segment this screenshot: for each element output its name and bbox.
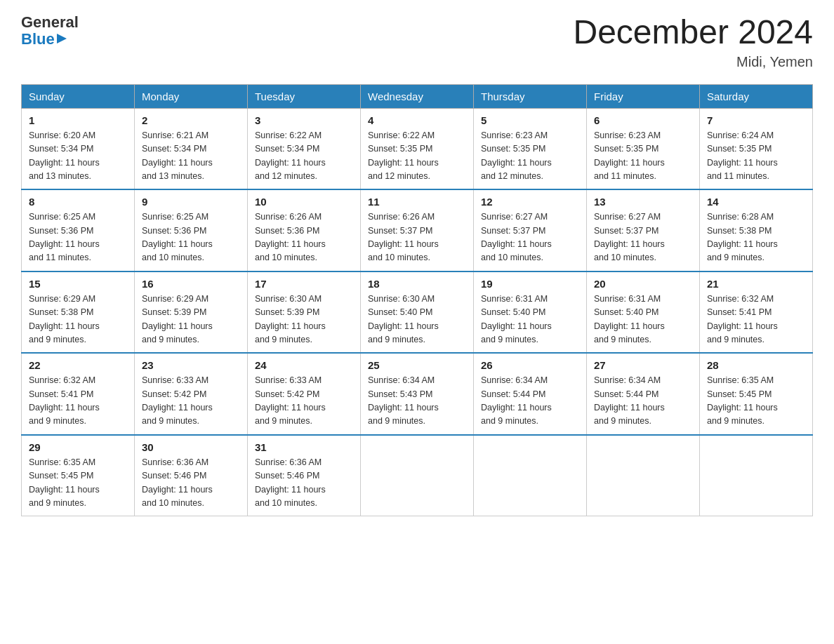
day-info: Sunrise: 6:23 AM Sunset: 5:35 PM Dayligh…	[594, 129, 692, 184]
calendar-week-row: 29 Sunrise: 6:35 AM Sunset: 5:45 PM Dayl…	[22, 435, 813, 516]
day-info: Sunrise: 6:21 AM Sunset: 5:34 PM Dayligh…	[142, 129, 240, 184]
table-row: 17 Sunrise: 6:30 AM Sunset: 5:39 PM Dayl…	[248, 271, 361, 354]
col-monday: Monday	[135, 84, 248, 108]
day-info: Sunrise: 6:29 AM Sunset: 5:38 PM Dayligh…	[29, 293, 127, 347]
col-wednesday: Wednesday	[361, 84, 474, 108]
day-info: Sunrise: 6:36 AM Sunset: 5:46 PM Dayligh…	[255, 456, 353, 511]
day-number: 18	[368, 278, 466, 290]
day-number: 30	[142, 441, 240, 453]
table-row: 19 Sunrise: 6:31 AM Sunset: 5:40 PM Dayl…	[474, 271, 587, 354]
table-row: 3 Sunrise: 6:22 AM Sunset: 5:34 PM Dayli…	[248, 108, 361, 189]
day-info: Sunrise: 6:29 AM Sunset: 5:39 PM Dayligh…	[142, 293, 240, 347]
table-row: 22 Sunrise: 6:32 AM Sunset: 5:41 PM Dayl…	[22, 353, 135, 435]
day-number: 27	[594, 359, 692, 371]
day-number: 3	[255, 114, 353, 126]
table-row: 24 Sunrise: 6:33 AM Sunset: 5:42 PM Dayl…	[248, 353, 361, 435]
day-number: 17	[255, 278, 353, 290]
day-info: Sunrise: 6:36 AM Sunset: 5:46 PM Dayligh…	[142, 456, 240, 511]
day-info: Sunrise: 6:35 AM Sunset: 5:45 PM Dayligh…	[29, 456, 127, 511]
day-info: Sunrise: 6:34 AM Sunset: 5:44 PM Dayligh…	[481, 374, 579, 429]
day-number: 7	[707, 114, 805, 126]
day-number: 31	[255, 441, 353, 453]
day-number: 22	[29, 359, 127, 371]
table-row	[700, 435, 813, 516]
svg-marker-0	[57, 34, 67, 43]
day-number: 11	[368, 196, 466, 208]
day-number: 4	[368, 114, 466, 126]
table-row: 21 Sunrise: 6:32 AM Sunset: 5:41 PM Dayl…	[700, 271, 813, 354]
col-saturday: Saturday	[700, 84, 813, 108]
table-row: 15 Sunrise: 6:29 AM Sunset: 5:38 PM Dayl…	[22, 271, 135, 354]
day-number: 2	[142, 114, 240, 126]
day-number: 5	[481, 114, 579, 126]
table-row: 4 Sunrise: 6:22 AM Sunset: 5:35 PM Dayli…	[361, 108, 474, 189]
table-row	[587, 435, 700, 516]
table-row	[474, 435, 587, 516]
table-row: 10 Sunrise: 6:26 AM Sunset: 5:36 PM Dayl…	[248, 189, 361, 271]
day-number: 20	[594, 278, 692, 290]
day-number: 14	[707, 196, 805, 208]
table-row: 2 Sunrise: 6:21 AM Sunset: 5:34 PM Dayli…	[135, 108, 248, 189]
day-info: Sunrise: 6:33 AM Sunset: 5:42 PM Dayligh…	[255, 374, 353, 429]
table-row: 5 Sunrise: 6:23 AM Sunset: 5:35 PM Dayli…	[474, 108, 587, 189]
day-info: Sunrise: 6:26 AM Sunset: 5:37 PM Dayligh…	[368, 210, 466, 265]
day-info: Sunrise: 6:32 AM Sunset: 5:41 PM Dayligh…	[707, 293, 805, 347]
day-number: 24	[255, 359, 353, 371]
day-info: Sunrise: 6:30 AM Sunset: 5:39 PM Dayligh…	[255, 293, 353, 347]
table-row	[361, 435, 474, 516]
table-row: 23 Sunrise: 6:33 AM Sunset: 5:42 PM Dayl…	[135, 353, 248, 435]
logo-arrow-icon	[57, 32, 70, 45]
page-header: General Blue December 2024 Midi, Yemen	[21, 14, 813, 70]
day-number: 26	[481, 359, 579, 371]
table-row: 12 Sunrise: 6:27 AM Sunset: 5:37 PM Dayl…	[474, 189, 587, 271]
calendar-week-row: 1 Sunrise: 6:20 AM Sunset: 5:34 PM Dayli…	[22, 108, 813, 189]
day-number: 23	[142, 359, 240, 371]
day-number: 10	[255, 196, 353, 208]
day-number: 12	[481, 196, 579, 208]
day-info: Sunrise: 6:24 AM Sunset: 5:35 PM Dayligh…	[707, 129, 805, 184]
day-info: Sunrise: 6:34 AM Sunset: 5:43 PM Dayligh…	[368, 374, 466, 429]
table-row: 1 Sunrise: 6:20 AM Sunset: 5:34 PM Dayli…	[22, 108, 135, 189]
table-row: 13 Sunrise: 6:27 AM Sunset: 5:37 PM Dayl…	[587, 189, 700, 271]
day-number: 13	[594, 196, 692, 208]
day-number: 21	[707, 278, 805, 290]
day-info: Sunrise: 6:31 AM Sunset: 5:40 PM Dayligh…	[594, 293, 692, 347]
day-info: Sunrise: 6:35 AM Sunset: 5:45 PM Dayligh…	[707, 374, 805, 429]
day-info: Sunrise: 6:27 AM Sunset: 5:37 PM Dayligh…	[481, 210, 579, 265]
table-row: 8 Sunrise: 6:25 AM Sunset: 5:36 PM Dayli…	[22, 189, 135, 271]
day-info: Sunrise: 6:34 AM Sunset: 5:44 PM Dayligh…	[594, 374, 692, 429]
table-row: 7 Sunrise: 6:24 AM Sunset: 5:35 PM Dayli…	[700, 108, 813, 189]
day-number: 25	[368, 359, 466, 371]
day-number: 8	[29, 196, 127, 208]
calendar-week-row: 15 Sunrise: 6:29 AM Sunset: 5:38 PM Dayl…	[22, 271, 813, 354]
day-info: Sunrise: 6:32 AM Sunset: 5:41 PM Dayligh…	[29, 374, 127, 429]
table-row: 14 Sunrise: 6:28 AM Sunset: 5:38 PM Dayl…	[700, 189, 813, 271]
table-row: 18 Sunrise: 6:30 AM Sunset: 5:40 PM Dayl…	[361, 271, 474, 354]
logo: General Blue	[21, 14, 79, 48]
calendar-week-row: 22 Sunrise: 6:32 AM Sunset: 5:41 PM Dayl…	[22, 353, 813, 435]
day-number: 28	[707, 359, 805, 371]
day-info: Sunrise: 6:33 AM Sunset: 5:42 PM Dayligh…	[142, 374, 240, 429]
day-info: Sunrise: 6:27 AM Sunset: 5:37 PM Dayligh…	[594, 210, 692, 265]
calendar-table: Sunday Monday Tuesday Wednesday Thursday…	[21, 84, 813, 517]
calendar-header-row: Sunday Monday Tuesday Wednesday Thursday…	[22, 84, 813, 108]
table-row: 26 Sunrise: 6:34 AM Sunset: 5:44 PM Dayl…	[474, 353, 587, 435]
day-info: Sunrise: 6:25 AM Sunset: 5:36 PM Dayligh…	[29, 210, 127, 265]
day-number: 19	[481, 278, 579, 290]
table-row: 11 Sunrise: 6:26 AM Sunset: 5:37 PM Dayl…	[361, 189, 474, 271]
day-number: 16	[142, 278, 240, 290]
day-info: Sunrise: 6:28 AM Sunset: 5:38 PM Dayligh…	[707, 210, 805, 265]
table-row: 25 Sunrise: 6:34 AM Sunset: 5:43 PM Dayl…	[361, 353, 474, 435]
day-info: Sunrise: 6:25 AM Sunset: 5:36 PM Dayligh…	[142, 210, 240, 265]
day-info: Sunrise: 6:22 AM Sunset: 5:35 PM Dayligh…	[368, 129, 466, 184]
table-row: 20 Sunrise: 6:31 AM Sunset: 5:40 PM Dayl…	[587, 271, 700, 354]
col-sunday: Sunday	[22, 84, 135, 108]
month-title: December 2024	[573, 14, 813, 51]
day-info: Sunrise: 6:30 AM Sunset: 5:40 PM Dayligh…	[368, 293, 466, 347]
table-row: 9 Sunrise: 6:25 AM Sunset: 5:36 PM Dayli…	[135, 189, 248, 271]
day-number: 9	[142, 196, 240, 208]
table-row: 16 Sunrise: 6:29 AM Sunset: 5:39 PM Dayl…	[135, 271, 248, 354]
location: Midi, Yemen	[573, 54, 813, 70]
day-number: 1	[29, 114, 127, 126]
day-number: 29	[29, 441, 127, 453]
